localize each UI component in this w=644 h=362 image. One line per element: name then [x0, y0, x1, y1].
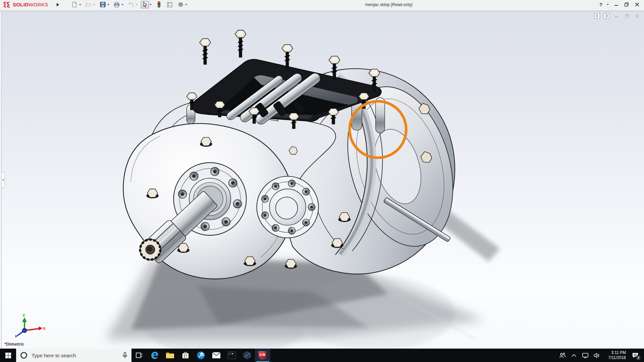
options-button[interactable] [176, 1, 184, 8]
clock-time: 3:11 PM [603, 350, 626, 355]
minimize-button[interactable] [612, 1, 620, 8]
view-orientation-label: *Dimetric [4, 342, 24, 347]
microphone-icon[interactable] [122, 352, 127, 359]
new-document-icon [72, 2, 77, 7]
document-minimize-button[interactable] [613, 13, 620, 19]
print-button[interactable] [113, 1, 121, 8]
taskbar-clock[interactable]: 3:11 PM 7/11/2018 [603, 350, 627, 360]
rebuild-traffic-light-icon [157, 1, 161, 8]
close-button[interactable] [633, 1, 641, 8]
taskbar-spacer [270, 349, 557, 362]
select-cursor-icon [143, 2, 148, 7]
help-dropdown-caret[interactable] [606, 1, 609, 8]
command-prompt-icon: C:\ [227, 351, 236, 359]
network-icon[interactable] [580, 349, 590, 362]
clock-date: 7/11/2018 [603, 355, 626, 360]
taskbar-app-edge[interactable] [147, 349, 162, 362]
edge-icon [150, 351, 159, 360]
pane-toggle-left-button[interactable] [594, 13, 600, 19]
mail-icon [212, 352, 221, 359]
undo-button[interactable] [127, 1, 135, 8]
triad-x-label: X [43, 326, 45, 330]
taskbar-app-settings[interactable] [193, 349, 209, 362]
undo-dropdown-caret[interactable] [135, 1, 138, 8]
store-icon [181, 351, 190, 359]
orientation-triad: Y X [5, 313, 45, 339]
menu-expand-arrow[interactable] [55, 1, 60, 8]
taskbar-app-hexagon[interactable] [239, 349, 255, 362]
save-dropdown-caret[interactable] [107, 1, 110, 8]
taskbar-app-solidworks[interactable]: SW 2017 [255, 349, 270, 362]
windows-logo-icon [5, 353, 11, 358]
window-controls: ? [599, 0, 641, 9]
triad-y-label: Y [22, 313, 25, 318]
3d-viewport-canvas[interactable] [2, 11, 644, 349]
pane-toggle-right-button[interactable] [604, 13, 609, 19]
window-title: menjac sklop [Read-only] [365, 0, 412, 9]
taskbar-app-task-view[interactable] [131, 349, 147, 362]
select-tool-button[interactable] [141, 1, 149, 8]
brand-text: SOLIDWORKS [13, 2, 48, 7]
notification-badge: 3 [636, 355, 641, 360]
output-flange [257, 176, 318, 238]
gearbox-model [123, 30, 470, 279]
hexagon-app-icon [243, 351, 252, 360]
print-dropdown-caret[interactable] [121, 1, 124, 8]
new-document-button[interactable] [70, 1, 78, 8]
undo-icon [128, 2, 134, 7]
file-properties-button[interactable] [166, 1, 174, 8]
action-center-button[interactable]: 3 [629, 349, 642, 362]
taskbar-app-command-prompt[interactable]: C:\ [224, 349, 239, 362]
task-view-icon [136, 352, 143, 359]
open-button[interactable] [85, 1, 93, 8]
file-explorer-icon [166, 352, 174, 359]
people-icon[interactable] [557, 349, 568, 362]
open-dropdown-caret[interactable] [93, 1, 96, 8]
taskbar-search[interactable]: Type here to search [16, 349, 131, 362]
solidworks-app-icon: SW 2017 [258, 350, 268, 360]
gear-icon [178, 2, 183, 7]
document-close-button[interactable] [634, 13, 641, 19]
file-properties-icon [167, 2, 172, 7]
cortana-icon [20, 352, 28, 359]
document-restore-button[interactable] [624, 13, 630, 19]
open-icon [86, 2, 92, 7]
rebuild-button[interactable] [155, 1, 163, 8]
spline-tip [140, 239, 161, 260]
search-input[interactable]: Type here to search [32, 353, 118, 358]
options-dropdown-caret[interactable] [184, 1, 188, 8]
windows-taskbar: Type here to search [0, 349, 644, 362]
hidden-icons-chevron[interactable] [569, 349, 579, 362]
wrench-circle-icon [197, 351, 205, 360]
document-window-controls [594, 13, 641, 19]
title-bar: SOLIDWORKS [0, 0, 644, 9]
graphics-area[interactable]: Y X *Dimetric [1, 11, 644, 349]
help-button[interactable]: ? [599, 2, 603, 7]
feature-panel-collapsed-tab[interactable] [2, 172, 5, 188]
print-icon [114, 2, 120, 7]
new-dropdown-caret[interactable] [78, 1, 82, 8]
taskbar-app-file-explorer[interactable] [162, 349, 178, 362]
start-button[interactable] [0, 349, 16, 362]
volume-icon[interactable] [592, 349, 602, 362]
save-icon [100, 2, 106, 7]
system-tray: 3:11 PM 7/11/2018 3 [557, 349, 644, 362]
main-toolbar [70, 1, 190, 8]
solidworks-logo-icon [3, 2, 11, 8]
sw-year-label: 2017 [258, 357, 268, 360]
taskbar-app-mail[interactable] [209, 349, 224, 362]
select-dropdown-caret[interactable] [149, 1, 152, 8]
solidworks-logo: SOLIDWORKS [0, 2, 53, 8]
restore-button[interactable] [623, 1, 630, 8]
taskbar-app-store[interactable] [178, 349, 193, 362]
save-button[interactable] [99, 1, 107, 8]
